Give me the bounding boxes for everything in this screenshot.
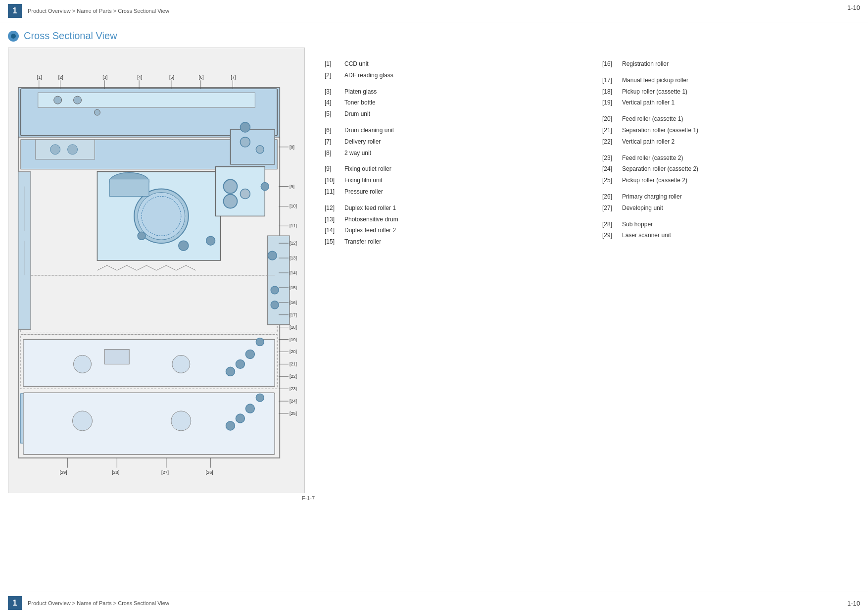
svg-point-46 xyxy=(256,338,264,346)
main-content: Cross Sectional View xyxy=(0,22,868,509)
parts-name: Pickup roller (cassette 2) xyxy=(622,176,687,185)
parts-name: Vertical path roller 2 xyxy=(622,138,675,146)
svg-point-7 xyxy=(94,109,100,115)
svg-text:[16]: [16] xyxy=(289,300,297,305)
svg-text:[4]: [4] xyxy=(137,75,142,80)
parts-item: [28]Sub hopper xyxy=(602,220,860,229)
parts-item: [13]Photosensitive drum xyxy=(325,215,582,224)
parts-item: [10]Fixing film unit xyxy=(325,176,582,185)
parts-number: [4] xyxy=(325,99,344,107)
svg-rect-61 xyxy=(18,172,31,330)
parts-name: Fixing film unit xyxy=(344,176,383,185)
parts-number: [27] xyxy=(602,204,622,212)
parts-number: [18] xyxy=(602,88,622,96)
diagram-container: [1] [2] [3] [4] [5] [6] [7] xyxy=(8,48,305,493)
parts-name: Pressure roller xyxy=(344,188,383,196)
parts-item: [7]Delivery roller xyxy=(325,138,582,146)
parts-item: [4]Toner bottle xyxy=(325,99,582,107)
parts-number: [2] xyxy=(325,71,344,80)
parts-name: Duplex feed roller 2 xyxy=(344,226,396,235)
svg-text:[10]: [10] xyxy=(289,204,297,208)
parts-number: [22] xyxy=(602,138,622,146)
svg-text:[26]: [26] xyxy=(206,470,213,475)
parts-item: [17]Manual feed pickup roller xyxy=(602,76,860,85)
svg-point-41 xyxy=(73,411,93,431)
svg-text:[6]: [6] xyxy=(199,75,204,80)
svg-text:[29]: [29] xyxy=(60,470,67,475)
parts-item: [26]Primary charging roller xyxy=(602,193,860,201)
parts-number: [3] xyxy=(325,88,344,96)
svg-point-6 xyxy=(74,96,82,104)
svg-rect-13 xyxy=(109,179,149,197)
svg-text:[18]: [18] xyxy=(289,325,297,330)
section-icon xyxy=(8,31,19,42)
svg-text:[1]: [1] xyxy=(37,75,42,80)
svg-point-43 xyxy=(245,350,254,358)
svg-point-60 xyxy=(68,145,78,154)
svg-text:[15]: [15] xyxy=(289,285,297,290)
parts-name: Drum unit xyxy=(344,110,370,118)
svg-point-20 xyxy=(256,146,264,154)
footer-page-number: 1-10 xyxy=(847,600,860,607)
parts-name: Feed roller (cassette 2) xyxy=(622,154,683,162)
svg-text:[21]: [21] xyxy=(289,361,297,366)
svg-point-17 xyxy=(240,189,250,199)
svg-text:[7]: [7] xyxy=(231,75,236,80)
parts-item: [16]Registration roller xyxy=(602,60,860,68)
parts-item: [15]Transfer roller xyxy=(325,238,582,246)
parts-name: Developing unit xyxy=(622,204,663,212)
parts-number: [9] xyxy=(325,165,344,173)
parts-number: [29] xyxy=(602,231,622,240)
svg-text:[20]: [20] xyxy=(289,349,297,354)
parts-name: ADF reading glass xyxy=(344,71,393,80)
svg-point-54 xyxy=(271,301,279,309)
svg-text:[11]: [11] xyxy=(289,223,297,228)
svg-text:[25]: [25] xyxy=(289,411,297,416)
parts-column-right: [16]Registration roller[17]Manual feed p… xyxy=(602,60,860,501)
parts-name: Transfer roller xyxy=(344,238,381,246)
parts-item: [18]Pickup roller (cassette 1) xyxy=(602,88,860,96)
page-header: 1 Product Overview > Name of Parts > Cro… xyxy=(0,0,868,22)
parts-number: [28] xyxy=(602,220,622,229)
parts-number: [6] xyxy=(325,126,344,135)
parts-item: [19]Vertical path roller 1 xyxy=(602,99,860,107)
svg-text:[3]: [3] xyxy=(102,75,107,80)
page-footer: 1 Product Overview > Name of Parts > Cro… xyxy=(0,592,868,614)
parts-name: Separation roller (cassette 1) xyxy=(622,126,698,135)
parts-number: [10] xyxy=(325,176,344,185)
svg-point-5 xyxy=(54,96,62,104)
parts-number: [25] xyxy=(602,176,622,185)
chapter-badge: 1 xyxy=(8,4,22,18)
parts-name: Fixing outlet roller xyxy=(344,165,391,173)
svg-text:[19]: [19] xyxy=(289,337,297,342)
svg-point-37 xyxy=(74,355,92,373)
parts-name: Primary charging roller xyxy=(622,193,682,201)
svg-point-38 xyxy=(172,355,190,373)
svg-point-59 xyxy=(50,145,60,154)
svg-text:[2]: [2] xyxy=(58,75,63,80)
svg-rect-39 xyxy=(104,349,129,364)
parts-item: [23]Feed roller (cassette 2) xyxy=(602,154,860,162)
svg-text:[12]: [12] xyxy=(289,241,297,246)
svg-point-52 xyxy=(268,251,277,260)
parts-name: Laser scanner unit xyxy=(622,231,671,240)
parts-number: [5] xyxy=(325,110,344,118)
parts-item: [21]Separation roller (cassette 1) xyxy=(602,126,860,135)
parts-number: [21] xyxy=(602,126,622,135)
parts-number: [12] xyxy=(325,204,344,212)
svg-point-33 xyxy=(206,236,215,245)
parts-item: [2]ADF reading glass xyxy=(325,71,582,80)
diagram-svg: [1] [2] [3] [4] [5] [6] [7] xyxy=(8,48,304,493)
parts-number: [15] xyxy=(325,238,344,246)
svg-text:[5]: [5] xyxy=(169,75,174,80)
svg-point-49 xyxy=(226,421,235,430)
parts-name: Toner bottle xyxy=(344,99,376,107)
parts-item: [14]Duplex feed roller 2 xyxy=(325,226,582,235)
parts-item: [29]Laser scanner unit xyxy=(602,231,860,240)
svg-rect-40 xyxy=(23,393,275,455)
breadcrumb: Product Overview > Name of Parts > Cross… xyxy=(28,8,169,14)
parts-number: [23] xyxy=(602,154,622,162)
parts-panel: [1]CCD unit[2]ADF reading glass[3]Platen… xyxy=(325,30,860,501)
svg-text:[28]: [28] xyxy=(112,470,119,475)
svg-point-32 xyxy=(179,241,189,251)
